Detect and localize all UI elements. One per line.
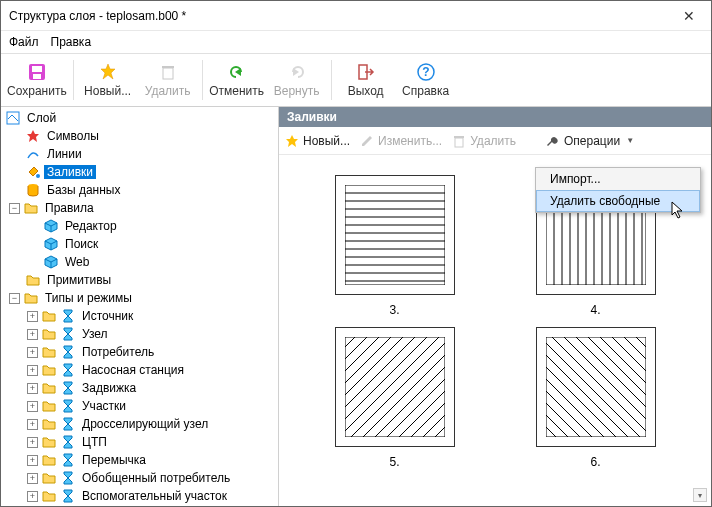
tree-fills[interactable]: Заливки xyxy=(1,163,278,181)
main-toolbar: Сохранить Новый... Удалить Отменить Верн… xyxy=(1,53,711,107)
redo-button: Вернуть xyxy=(269,56,325,104)
svg-rect-2 xyxy=(33,74,41,79)
new-button[interactable]: Новый... xyxy=(80,56,136,104)
svg-marker-6 xyxy=(235,68,241,76)
tree-rules[interactable]: −Правила xyxy=(1,199,278,217)
expand-icon[interactable]: + xyxy=(27,437,38,448)
menu-edit[interactable]: Правка xyxy=(51,35,92,49)
fill-thumb[interactable]: 5. xyxy=(309,327,480,469)
expand-icon[interactable]: + xyxy=(27,455,38,466)
svg-text:?: ? xyxy=(422,65,429,79)
new-icon xyxy=(98,62,118,82)
new-icon xyxy=(285,134,299,148)
svg-rect-5 xyxy=(162,66,174,68)
menu-import[interactable]: Импорт... xyxy=(536,168,700,190)
titlebar: Структура слоя - teplosam.b00 * ✕ xyxy=(1,1,711,31)
close-button[interactable]: ✕ xyxy=(675,4,703,28)
tree-type-item[interactable]: +Источник xyxy=(1,307,278,325)
expand-icon[interactable]: + xyxy=(27,383,38,394)
right-body[interactable]: 3. 4. 5. 6. Импорт. xyxy=(279,155,711,506)
help-icon: ? xyxy=(416,62,436,82)
folder-icon xyxy=(25,272,41,288)
tree-type-item[interactable]: +Потребитель xyxy=(1,343,278,361)
menu-delete-free[interactable]: Удалить свободные xyxy=(536,190,700,212)
tree-type-item[interactable]: +Задвижка xyxy=(1,379,278,397)
fill-icon xyxy=(25,164,41,180)
tree-type-item[interactable]: +Дросселирующий узел xyxy=(1,415,278,433)
pattern-diag2-icon xyxy=(546,337,646,437)
tree-type-item[interactable]: +Перемычка xyxy=(1,451,278,469)
undo-button[interactable]: Отменить xyxy=(209,56,265,104)
operations-menu: Импорт... Удалить свободные xyxy=(535,167,701,213)
svg-point-13 xyxy=(36,174,40,178)
menu-file[interactable]: Файл xyxy=(9,35,39,49)
folder-icon xyxy=(41,416,57,432)
folder-icon xyxy=(41,326,57,342)
hourglass-icon xyxy=(60,452,76,468)
folder-icon xyxy=(41,344,57,360)
tree-type-item[interactable]: +Узел xyxy=(1,325,278,343)
tree-editor[interactable]: Редактор xyxy=(1,217,278,235)
tree-search[interactable]: Поиск xyxy=(1,235,278,253)
save-button[interactable]: Сохранить xyxy=(7,56,67,104)
trash-icon xyxy=(452,134,466,148)
tree-symbols[interactable]: Символы xyxy=(1,127,278,145)
svg-marker-3 xyxy=(101,64,115,79)
operations-button[interactable]: Операции▼ xyxy=(546,134,634,148)
trash-icon xyxy=(158,62,178,82)
tree-type-item[interactable]: +Участки xyxy=(1,397,278,415)
collapse-icon[interactable]: − xyxy=(9,293,20,304)
menubar: Файл Правка xyxy=(1,31,711,53)
help-button[interactable]: ? Справка xyxy=(398,56,454,104)
svg-rect-61 xyxy=(546,337,646,437)
new-fill-button[interactable]: Новый... xyxy=(285,134,350,148)
right-toolbar: Новый... Изменить... Удалить Операции▼ xyxy=(279,127,711,155)
edit-fill-button: Изменить... xyxy=(360,134,442,148)
layer-icon xyxy=(5,110,21,126)
svg-marker-7 xyxy=(293,68,299,76)
collapse-icon[interactable]: − xyxy=(9,203,20,214)
tree-primitives[interactable]: Примитивы xyxy=(1,271,278,289)
expand-icon[interactable]: + xyxy=(27,329,38,340)
tree-types[interactable]: −Типы и режимы xyxy=(1,289,278,307)
database-icon xyxy=(25,182,41,198)
expand-icon[interactable]: + xyxy=(27,419,38,430)
tree-panel[interactable]: Слой Символы Линии Заливки Базы данных −… xyxy=(1,107,279,506)
star-icon xyxy=(25,128,41,144)
expand-icon[interactable]: + xyxy=(27,491,38,502)
expand-icon[interactable]: + xyxy=(27,347,38,358)
window-title: Структура слоя - teplosam.b00 * xyxy=(9,9,675,23)
exit-button[interactable]: Выход xyxy=(338,56,394,104)
expand-icon[interactable]: + xyxy=(27,473,38,484)
tree-lines[interactable]: Линии xyxy=(1,145,278,163)
svg-rect-16 xyxy=(455,138,463,147)
svg-marker-15 xyxy=(286,135,298,147)
folder-icon xyxy=(41,470,57,486)
tree-type-item[interactable]: +Вспомогательный участок xyxy=(1,487,278,505)
pencil-icon xyxy=(360,134,374,148)
expand-icon[interactable]: + xyxy=(27,401,38,412)
tree-type-item[interactable]: +Обобщенный потребитель xyxy=(1,469,278,487)
fill-thumb[interactable]: 3. xyxy=(309,175,480,317)
fill-thumb[interactable]: 6. xyxy=(510,327,681,469)
folder-icon xyxy=(41,308,57,324)
cube-icon xyxy=(43,254,59,270)
expand-icon[interactable]: + xyxy=(27,365,38,376)
tree-type-item[interactable]: +ЦТП xyxy=(1,433,278,451)
expand-icon[interactable]: + xyxy=(27,311,38,322)
redo-icon xyxy=(287,62,307,82)
folder-icon xyxy=(23,290,39,306)
tree-web[interactable]: Web xyxy=(1,253,278,271)
tree-databases[interactable]: Базы данных xyxy=(1,181,278,199)
tree-root[interactable]: Слой xyxy=(1,109,278,127)
delete-button: Удалить xyxy=(140,56,196,104)
folder-icon xyxy=(41,434,57,450)
svg-rect-17 xyxy=(454,136,464,138)
hourglass-icon xyxy=(60,326,76,342)
hourglass-icon xyxy=(60,434,76,450)
tree-type-item[interactable]: +Насосная станция xyxy=(1,361,278,379)
svg-rect-18 xyxy=(345,185,445,285)
scroll-down-button[interactable]: ▾ xyxy=(693,488,707,502)
hourglass-icon xyxy=(60,362,76,378)
pattern-horizontal-icon xyxy=(345,185,445,285)
